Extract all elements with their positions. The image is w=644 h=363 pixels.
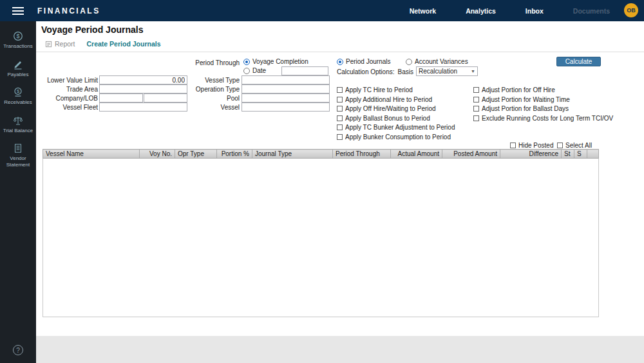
help-icon[interactable]: ?: [13, 345, 23, 355]
calculate-button[interactable]: Calculate: [556, 57, 601, 66]
vessel-type-input[interactable]: [242, 75, 330, 84]
checkbox-box: [337, 87, 343, 93]
chevron-down-icon: ▼: [471, 69, 475, 74]
calculation-options-label: Calculation Options:: [337, 68, 398, 76]
statement-document-icon: [13, 143, 23, 153]
tab-report[interactable]: Report: [45, 40, 75, 48]
checkbox-apply-tc-hire[interactable]: Apply TC Hire to Period: [337, 86, 413, 93]
checkbox-label: Apply TC Bunker Adjustment to Period: [345, 124, 455, 131]
operation-type-input[interactable]: [242, 84, 330, 93]
vessel-fleet-input[interactable]: [99, 103, 187, 112]
col-posted-amount[interactable]: Posted Amount: [442, 150, 500, 159]
basis-label: Basis: [395, 68, 413, 76]
sidebar-item-label: Transactions: [3, 43, 33, 50]
radio-account-variances[interactable]: Account Variances: [406, 58, 468, 65]
nav-network[interactable]: Network: [410, 7, 436, 15]
page-title: Voyage Period Journals: [41, 25, 143, 35]
checkbox-box: [473, 106, 479, 112]
checkbox-box: [510, 142, 516, 148]
checkbox-apply-tc-bunker-adjustment[interactable]: Apply TC Bunker Adjustment to Period: [337, 124, 455, 131]
lob-input[interactable]: [144, 93, 187, 103]
checkbox-label: Apply Off Hire/Waiting to Period: [345, 105, 436, 112]
sidebar-item-vendor-statement[interactable]: Vendor Statement: [0, 133, 36, 168]
vessel-type-label: Vessel Type: [182, 77, 240, 84]
nav-analytics[interactable]: Analytics: [466, 7, 496, 15]
radio-dot: [337, 59, 343, 65]
pool-input[interactable]: [242, 93, 330, 103]
checkbox-label: Apply Additional Hire to Period: [345, 96, 432, 103]
sidebar-item-label: Vendor Statement: [2, 155, 34, 168]
col-portion-pct[interactable]: Portion %: [217, 150, 252, 159]
checkbox-box: [337, 97, 343, 103]
checkbox-apply-off-hire-waiting[interactable]: Apply Off Hire/Waiting to Period: [337, 105, 436, 112]
checkbox-box: [557, 142, 563, 148]
checkbox-apply-additional-hire[interactable]: Apply Additional Hire to Period: [337, 96, 432, 103]
radio-dot: [243, 68, 250, 74]
col-st[interactable]: St: [562, 150, 574, 159]
checkbox-exclude-running-costs[interactable]: Exclude Running Costs for Long Term TCI/…: [473, 115, 613, 122]
checkbox-apply-bunker-consumption[interactable]: Apply Bunker Consumption to Period: [337, 133, 451, 141]
col-difference[interactable]: Difference: [500, 150, 562, 159]
company-lob-label: Company/LOB: [39, 95, 98, 103]
tabs-divider: [36, 52, 644, 52]
dollar-icon: $: [13, 31, 23, 41]
checkbox-label: Select All: [565, 142, 592, 149]
radio-dot: [406, 59, 412, 65]
col-journal-type[interactable]: Journal Type: [252, 150, 333, 159]
checkbox-box: [337, 124, 343, 130]
sidebar-item-label: Receivables: [4, 99, 32, 106]
tab-create-period-journals[interactable]: Create Period Journals: [87, 40, 161, 48]
tab-bar: Report Create Period Journals: [45, 40, 160, 48]
pool-label: Pool: [182, 95, 240, 103]
col-opr-type[interactable]: Opr Type: [175, 150, 217, 159]
checkbox-box: [473, 115, 479, 121]
checkbox-label: Adjust Portion for Ballast Days: [482, 105, 569, 112]
trade-area-label: Trade Area: [39, 86, 98, 93]
checkbox-box: [473, 87, 479, 93]
vessel-fleet-label: Vessel Fleet: [39, 104, 98, 112]
checkbox-label: Apply TC Hire to Period: [345, 86, 413, 93]
sidebar-item-payables[interactable]: Payables: [0, 50, 36, 78]
checkbox-hide-posted[interactable]: Hide Posted: [510, 142, 553, 149]
checkbox-select-all[interactable]: Select All: [557, 142, 592, 149]
checkbox-adjust-portion-ballast-days[interactable]: Adjust Portion for Ballast Days: [473, 105, 569, 112]
operation-type-label: Operation Type: [182, 86, 240, 93]
vessel-input[interactable]: [242, 103, 330, 112]
checkbox-adjust-portion-waiting-time[interactable]: Adjust Portion for Waiting Time: [473, 96, 570, 103]
checkbox-apply-ballast-bonus[interactable]: Apply Ballast Bonus to Period: [337, 115, 430, 122]
checkbox-adjust-portion-off-hire[interactable]: Adjust Portion for Off Hire: [473, 86, 555, 93]
checkbox-label: Hide Posted: [518, 142, 553, 149]
tab-report-label: Report: [55, 40, 75, 48]
col-voy-no[interactable]: Voy No.: [140, 150, 175, 159]
user-avatar[interactable]: OB: [624, 3, 638, 17]
company-input[interactable]: [99, 93, 143, 103]
date-input[interactable]: [281, 66, 328, 75]
checkbox-label: Exclude Running Costs for Long Term TCI/…: [482, 115, 613, 122]
col-s[interactable]: S: [574, 150, 587, 159]
col-period-through[interactable]: Period Through: [333, 150, 391, 159]
sidebar-item-receivables[interactable]: $ Receivables: [0, 77, 36, 106]
radio-date[interactable]: Date: [243, 67, 266, 74]
col-actual-amount[interactable]: Actual Amount: [391, 150, 442, 159]
checkbox-box: [337, 134, 343, 140]
app-root: FINANCIALS Network Analytics Inbox Docum…: [0, 0, 644, 363]
radio-period-journals[interactable]: Period Journals: [337, 58, 390, 65]
checkbox-box: [337, 106, 343, 112]
sidebar-item-transactions[interactable]: $ Transactions: [0, 21, 36, 50]
checkbox-label: Apply Bunker Consumption to Period: [345, 133, 451, 141]
trade-area-input[interactable]: [99, 84, 187, 93]
results-grid-header: Vessel Name Voy No. Opr Type Portion % J…: [43, 149, 599, 159]
col-vessel-name[interactable]: Vessel Name: [43, 150, 140, 159]
sidebar: $ Transactions Payables $ Receivables: [0, 21, 36, 363]
nav-documents: Documents: [573, 7, 610, 15]
radio-label: Date: [252, 67, 266, 74]
col-filler: [587, 150, 599, 159]
sidebar-item-trial-balance[interactable]: Trial Balance: [0, 106, 36, 134]
nav-inbox[interactable]: Inbox: [526, 7, 544, 15]
menu-icon[interactable]: [0, 0, 36, 21]
radio-voyage-completion[interactable]: Voyage Completion: [243, 58, 308, 65]
grid-header-row: Vessel Name Voy No. Opr Type Portion % J…: [43, 150, 599, 159]
lower-value-limit-input[interactable]: [99, 75, 187, 84]
basis-dropdown[interactable]: Recalculation ▼: [416, 66, 478, 76]
radio-label: Period Journals: [346, 58, 390, 65]
